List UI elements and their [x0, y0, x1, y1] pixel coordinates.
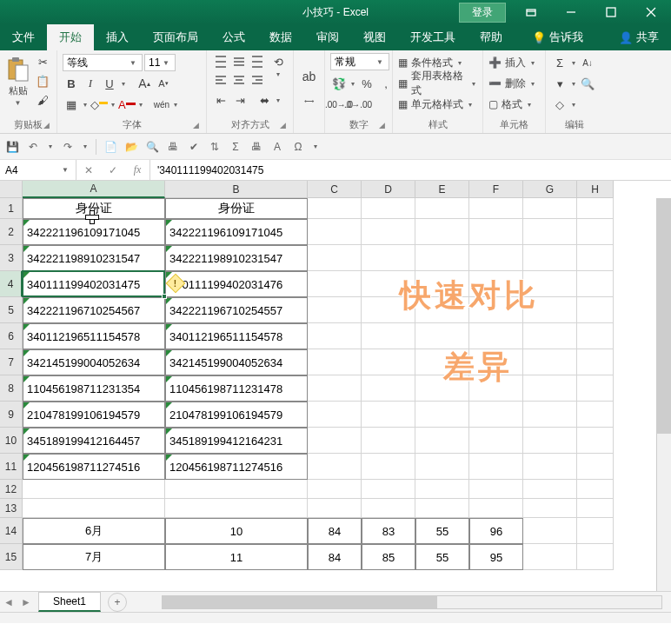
select-all-corner[interactable]: [0, 181, 23, 198]
percent-button[interactable]: %: [358, 75, 375, 92]
cell[interactable]: [577, 454, 614, 480]
align-middle-icon[interactable]: [230, 53, 248, 70]
cell[interactable]: 55: [415, 544, 469, 570]
cell[interactable]: 342145199004052634: [165, 349, 308, 375]
cell[interactable]: 210478199106194579: [165, 402, 308, 428]
clear-icon[interactable]: ◇: [551, 96, 568, 113]
paste-button[interactable]: 粘贴 ▼: [5, 53, 30, 110]
cell[interactable]: [523, 480, 577, 499]
cell[interactable]: [415, 499, 469, 518]
cell[interactable]: [469, 428, 523, 454]
find-icon[interactable]: 🔍: [579, 75, 596, 92]
border-button[interactable]: ▦: [63, 96, 80, 113]
cancel-formula-icon[interactable]: ✕: [76, 164, 101, 176]
tell-me[interactable]: 💡 告诉我: [520, 24, 595, 50]
cell[interactable]: 84: [308, 544, 362, 570]
format-cells-button[interactable]: ▢格式▾: [488, 95, 533, 114]
cell[interactable]: [523, 198, 577, 219]
decrease-indent-icon[interactable]: ⇤: [212, 91, 229, 109]
cell[interactable]: [577, 297, 614, 323]
dialog-launcher-icon[interactable]: ◢: [193, 121, 199, 129]
cell[interactable]: [308, 402, 362, 428]
cell[interactable]: [362, 402, 415, 428]
print-preview-icon[interactable]: 🔍: [145, 140, 159, 154]
cell[interactable]: [362, 219, 415, 245]
cell[interactable]: [308, 349, 362, 375]
insert-cells-button[interactable]: ➕插入▾: [488, 53, 536, 72]
cell[interactable]: [23, 499, 165, 518]
phonetic-button[interactable]: wén: [153, 96, 170, 113]
row-header[interactable]: 7: [0, 349, 23, 375]
cell[interactable]: 340111199402031475: [23, 271, 165, 297]
cell[interactable]: [415, 428, 469, 454]
maximize-icon[interactable]: [591, 0, 631, 24]
add-sheet-button[interactable]: +: [108, 593, 127, 612]
cell[interactable]: 55: [415, 518, 469, 544]
cell[interactable]: 345189199412164457: [23, 428, 165, 454]
italic-button[interactable]: I: [82, 75, 99, 92]
tab-home[interactable]: 开始: [47, 24, 94, 50]
cell[interactable]: 83: [362, 518, 415, 544]
cell[interactable]: 110456198711231478: [165, 375, 308, 402]
tab-formula[interactable]: 公式: [210, 24, 257, 50]
col-header[interactable]: F: [469, 181, 523, 198]
cell-styles-button[interactable]: ▦单元格样式▾: [398, 95, 474, 114]
cell[interactable]: [577, 375, 614, 402]
cell[interactable]: [577, 245, 614, 271]
cell[interactable]: [469, 402, 523, 428]
cell[interactable]: 96: [469, 518, 523, 544]
cell[interactable]: [308, 198, 362, 219]
col-header[interactable]: D: [362, 181, 415, 198]
cell[interactable]: [577, 518, 614, 544]
dialog-launcher-icon[interactable]: ◢: [43, 121, 50, 129]
cell[interactable]: 342221198910231547: [165, 245, 308, 271]
cell[interactable]: [362, 428, 415, 454]
open-icon[interactable]: 📂: [124, 140, 138, 154]
decrease-font-icon[interactable]: A▾: [155, 75, 172, 92]
row-header[interactable]: 12: [0, 480, 23, 499]
cell[interactable]: 110456198711231354: [23, 375, 165, 402]
col-header[interactable]: H: [577, 181, 614, 198]
insert-function-icon[interactable]: fx: [125, 163, 149, 176]
cell[interactable]: [523, 402, 577, 428]
cell[interactable]: 11: [165, 544, 308, 570]
col-header[interactable]: G: [523, 181, 577, 198]
row-header[interactable]: 4: [0, 271, 23, 297]
merge-button[interactable]: ⬌: [256, 91, 273, 109]
row-header[interactable]: 11: [0, 454, 23, 480]
cell[interactable]: [577, 544, 614, 570]
cell[interactable]: [308, 219, 362, 245]
row-header[interactable]: 14: [0, 518, 23, 544]
cell[interactable]: [362, 198, 415, 219]
cell[interactable]: 342221196710254567: [23, 297, 165, 323]
cell[interactable]: [577, 349, 614, 375]
cell[interactable]: 340112196511154578: [165, 323, 308, 349]
cell[interactable]: [523, 454, 577, 480]
cell[interactable]: 342221196109171045: [23, 219, 165, 245]
cell[interactable]: [415, 402, 469, 428]
autosum-qat-icon[interactable]: Σ: [229, 140, 242, 154]
cell[interactable]: [308, 454, 362, 480]
tab-view[interactable]: 视图: [351, 24, 398, 50]
decrease-decimal-icon[interactable]: .0→.00: [349, 96, 367, 113]
dialog-launcher-icon[interactable]: ◢: [379, 121, 385, 129]
row-header[interactable]: 2: [0, 219, 23, 245]
align-center-icon[interactable]: [230, 71, 248, 89]
cell[interactable]: [308, 375, 362, 402]
tab-insert[interactable]: 插入: [94, 24, 141, 50]
format-painter-icon[interactable]: 🖌: [34, 91, 51, 109]
dialog-launcher-icon[interactable]: ◢: [280, 121, 286, 129]
cell[interactable]: 345189199412164231: [165, 428, 308, 454]
row-header[interactable]: 13: [0, 499, 23, 518]
cell[interactable]: [469, 198, 523, 219]
cell[interactable]: [523, 349, 577, 375]
cell[interactable]: 120456198711274516: [23, 454, 165, 480]
worksheet-grid[interactable]: ABCDEFGH 123456789101112131415 身份证身份证342…: [0, 181, 671, 591]
formula-input[interactable]: '340111199402031475: [150, 160, 671, 180]
cell[interactable]: 342221198910231547: [23, 245, 165, 271]
cell[interactable]: [577, 271, 614, 297]
cell[interactable]: [523, 428, 577, 454]
cell[interactable]: [577, 402, 614, 428]
col-header[interactable]: B: [165, 181, 308, 198]
accounting-button[interactable]: 💱: [330, 75, 348, 92]
